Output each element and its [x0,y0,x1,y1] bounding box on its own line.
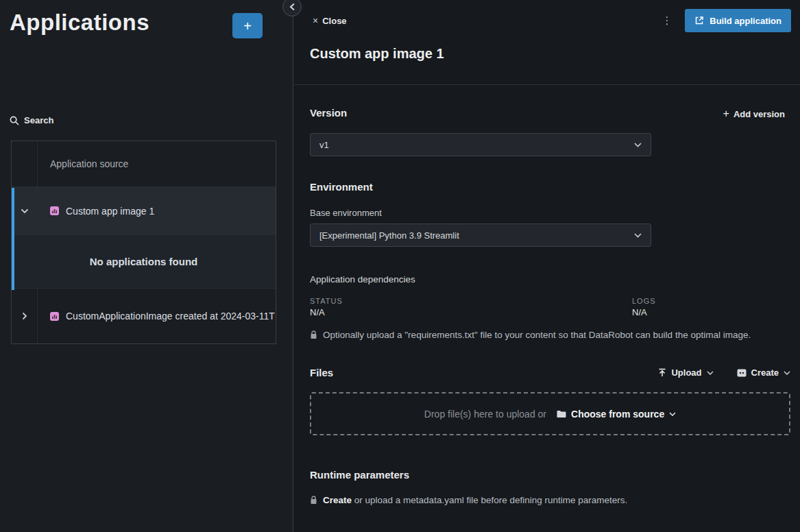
file-dropzone[interactable]: Drop file(s) here to upload or Choose fr… [310,392,790,435]
detail-title: Custom app image 1 [310,46,444,62]
version-heading: Version [310,107,347,119]
kebab-menu-button[interactable]: ⋮ [660,12,674,29]
list-item-label: CustomApplicationImage created at 2024-0… [66,311,275,322]
search-icon [10,116,19,125]
chevron-left-icon [289,3,295,11]
plus-icon: + [723,108,729,119]
new-file-icon [737,369,747,377]
close-icon: × [313,15,318,26]
environment-heading: Environment [310,181,373,193]
logs-value: N/A [632,307,656,317]
upload-label: Upload [671,367,701,378]
dependencies-note: Optionally upload a "requirements.txt" f… [310,330,751,340]
external-link-icon [694,16,704,25]
folder-icon [557,410,566,418]
empty-message: No applications found [90,256,198,267]
create-label: Create [751,367,779,378]
application-image-icon [50,206,59,215]
version-select-value: v1 [319,140,329,150]
status-field: STATUS N/A [310,297,343,317]
runtime-parameters-heading: Runtime parameters [310,469,409,481]
list-header-row: Application source [12,141,276,187]
collapse-row-toggle[interactable] [12,187,38,234]
version-select[interactable]: v1 [310,133,651,156]
chevron-down-icon [784,371,790,375]
files-heading: Files [310,367,333,378]
list-item-label: Custom app image 1 [66,206,154,217]
chevron-down-icon [21,208,29,214]
close-button[interactable]: × Close [313,15,347,26]
choose-from-source-button[interactable]: Choose from source [557,409,676,420]
kebab-icon: ⋮ [662,14,672,26]
search-toggle[interactable]: Search [10,115,53,125]
base-environment-select[interactable]: [Experimental] Python 3.9 Streamlit [310,223,651,247]
build-application-button[interactable]: Build application [685,9,791,32]
list-item-custom-app-image-1[interactable]: Custom app image 1 [12,187,276,235]
chevron-down-icon [669,412,676,416]
add-application-button[interactable]: + [232,13,263,38]
selection-indicator [12,188,14,290]
list-header-label: Application source [50,158,128,169]
logs-field: LOGS N/A [632,297,656,317]
runtime-create-emphasis: Create [323,495,352,505]
files-actions: Upload Create [658,367,790,378]
add-version-label: Add version [734,109,785,119]
no-applications-row: No applications found [12,235,276,289]
search-label: Search [24,115,53,125]
dependencies-note-text: Optionally upload a "requirements.txt" f… [323,330,751,340]
choose-from-source-label: Choose from source [571,409,664,420]
lock-icon [310,496,317,505]
base-environment-label: Base environment [310,208,382,218]
chevron-down-icon [634,143,642,147]
close-label: Close [322,16,346,26]
add-version-button[interactable]: + Add version [723,108,785,119]
upload-icon [658,368,666,377]
chevron-down-icon [707,371,714,375]
list-item-custom-application-image[interactable]: CustomApplicationImage created at 2024-0… [12,289,276,343]
runtime-note-text: or upload a metadata.yaml file before de… [354,495,627,505]
upload-button[interactable]: Upload [658,367,713,378]
chevron-down-icon [634,233,642,238]
expand-row-toggle[interactable] [12,289,38,343]
expander-column-header [12,141,38,186]
runtime-parameters-note: Create or upload a metadata.yaml file be… [310,495,627,505]
status-value: N/A [310,307,343,317]
dependencies-heading: Application dependencies [310,274,415,285]
lock-icon [310,330,317,339]
application-image-icon [50,312,59,321]
logs-label: LOGS [632,297,656,305]
dropzone-text: Drop file(s) here to upload or [424,409,546,420]
plus-icon: + [243,19,252,33]
detail-header: × Close ⋮ Build application Custom app i… [294,0,800,85]
applications-sidebar: Applications + Search Application source [0,0,293,532]
page-title: Applications [10,10,149,36]
chevron-right-icon [22,312,27,320]
status-label: STATUS [310,297,343,305]
application-detail-panel: × Close ⋮ Build application Custom app i… [294,0,800,532]
application-source-list: Application source Custom app image 1 [11,141,276,344]
create-button[interactable]: Create [737,367,790,378]
base-environment-value: [Experimental] Python 3.9 Streamlit [319,230,459,241]
build-label: Build application [710,16,781,26]
